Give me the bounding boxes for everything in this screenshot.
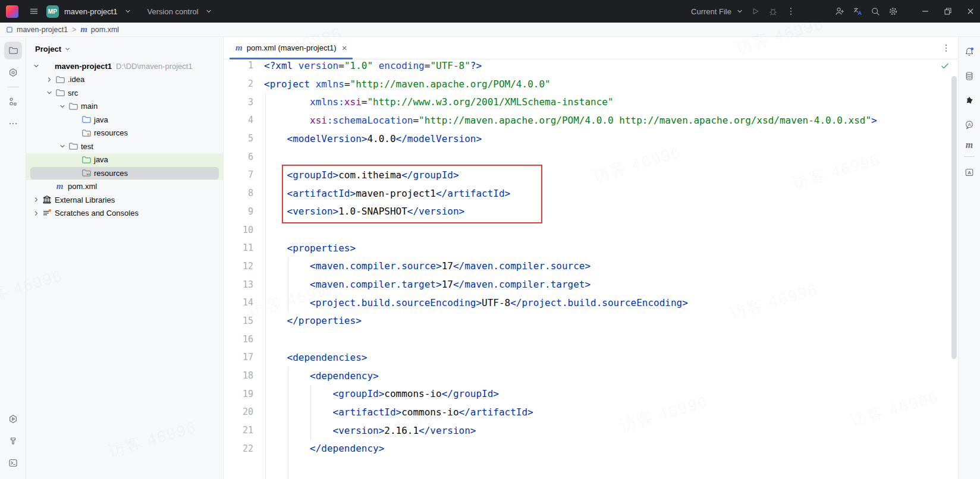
editor-options-button[interactable] <box>941 43 951 53</box>
tree-item-label: java <box>94 155 108 164</box>
tree-item-label: Scratches and Consoles <box>55 209 139 218</box>
tab-pom-xml[interactable]: m pom.xml (maven-project1) × <box>230 37 353 59</box>
tree-item-maven-project1[interactable]: maven-project1D:\DD\maven-project1 <box>26 59 223 73</box>
translate-button[interactable]: A <box>850 4 865 18</box>
tree-item-pom-xml[interactable]: mpom.xml <box>26 180 223 194</box>
inspections-ok-icon[interactable] <box>940 61 950 71</box>
structure-tool-window-button[interactable] <box>4 93 22 111</box>
tree-chevron-down-icon[interactable] <box>44 89 54 96</box>
code-line-20[interactable]: 20 <artifactId>commons-io</artifactId> <box>224 403 958 421</box>
folder-icon <box>54 88 65 97</box>
chevron-down-icon[interactable] <box>64 46 71 52</box>
tree-chevron-right-icon[interactable] <box>31 210 41 217</box>
code-with-me-button[interactable] <box>833 4 847 18</box>
minimize-button[interactable] <box>916 0 935 23</box>
line-number: 11 <box>224 242 256 253</box>
line-number: 20 <box>224 406 256 417</box>
run-button[interactable] <box>748 4 762 18</box>
project-selector[interactable]: maven-project1 <box>64 7 118 16</box>
tree-chevron-down-icon[interactable] <box>57 103 67 110</box>
code-line-2[interactable]: 2<project xmlns="http://maven.apache.org… <box>224 75 958 93</box>
tree-item-label: External Libraries <box>55 196 115 204</box>
code-line-11[interactable]: 11 <properties> <box>224 239 958 257</box>
tree-item-resources[interactable]: resources <box>26 166 223 180</box>
code-text: <dependencies> <box>256 352 367 363</box>
more-tool-windows-button[interactable] <box>4 115 22 133</box>
project-chevron-icon[interactable] <box>123 4 133 18</box>
tree-item-label: main <box>81 102 98 111</box>
line-number: 2 <box>224 78 256 89</box>
settings-button[interactable] <box>886 4 900 18</box>
dependencies-tool-window-button[interactable] <box>4 64 22 81</box>
tree-item-scratches-and-consoles[interactable]: Scratches and Consoles <box>26 207 223 220</box>
build-tool-window-button[interactable] <box>4 432 22 450</box>
code-line-15[interactable]: 15 </properties> <box>224 312 958 330</box>
more-actions-button[interactable] <box>784 4 798 18</box>
tree-item-java[interactable]: java <box>26 113 223 127</box>
services-tool-window-button[interactable] <box>4 410 22 428</box>
main-menu-button[interactable] <box>27 4 41 18</box>
line-number: 5 <box>224 133 256 144</box>
code-line-14[interactable]: 14 <project.build.sourceEncoding>UTF-8</… <box>224 294 958 312</box>
code-line-5[interactable]: 5 <modelVersion>4.0.0</modelVersion> <box>224 130 958 148</box>
line-number: 1 <box>224 60 256 71</box>
run-configuration-chevron-icon[interactable] <box>735 4 745 18</box>
titlebar: MP maven-project1 Version control Curren… <box>0 0 980 23</box>
search-everywhere-button[interactable] <box>868 4 882 18</box>
code-line-22[interactable]: 22 </dependency> <box>224 439 958 458</box>
scratches-icon <box>41 209 52 218</box>
code-line-12[interactable]: 12 <maven.compiler.source>17</maven.comp… <box>224 257 958 276</box>
tree-item-main[interactable]: main <box>26 100 223 114</box>
tree-item-external-libraries[interactable]: External Libraries <box>26 193 223 207</box>
ai-assistant-button[interactable]: A <box>960 116 978 134</box>
breadcrumb-project[interactable]: maven-project1 <box>17 26 68 34</box>
code-line-16[interactable]: 16 <box>224 330 958 348</box>
tree-item-label: src <box>68 89 78 97</box>
debug-button[interactable] <box>766 4 780 18</box>
project-tree: maven-project1D:\DD\maven-project1.ideas… <box>26 59 223 220</box>
code-line-1[interactable]: 1<?xml version="1.0" encoding="UTF-8"?> <box>224 59 958 75</box>
line-number: 17 <box>224 352 256 363</box>
breadcrumb-file[interactable]: pom.xml <box>91 26 119 34</box>
maven-tool-window-button[interactable]: m <box>966 140 973 150</box>
code-line-13[interactable]: 13 <maven.compiler.target>17</maven.comp… <box>224 275 958 294</box>
code-line-19[interactable]: 19 <groupId>commons-io</groupId> <box>224 385 958 403</box>
tab-close-icon[interactable]: × <box>342 43 347 52</box>
line-number: 18 <box>224 370 256 381</box>
notifications-button[interactable] <box>960 43 978 61</box>
tree-item-java[interactable]: java <box>26 153 223 167</box>
code-line-17[interactable]: 17 <dependencies> <box>224 348 958 367</box>
database-tool-window-button[interactable] <box>960 67 978 85</box>
line-number: 9 <box>224 206 256 217</box>
run-configuration-selector[interactable]: Current File <box>691 7 731 16</box>
tree-chevron-down-icon[interactable] <box>57 143 67 150</box>
ai-plugin-button[interactable] <box>960 92 978 109</box>
version-control-menu[interactable]: Version control <box>147 7 199 16</box>
tree-chevron-right-icon[interactable] <box>44 76 54 83</box>
code-editor[interactable]: 1<?xml version="1.0" encoding="UTF-8"?>2… <box>224 59 958 479</box>
code-line-6[interactable]: 6 <box>224 147 958 166</box>
tree-item-src[interactable]: src <box>26 86 223 100</box>
code-line-4[interactable]: 4 xsi:schemaLocation="http://maven.apach… <box>224 111 958 130</box>
code-line-3[interactable]: 3 xmlns:xsi="http://www.w3.org/2001/XMLS… <box>224 93 958 111</box>
code-line-21[interactable]: 21 <version>2.16.1</version> <box>224 421 958 440</box>
project-panel-header[interactable]: Project <box>26 42 223 56</box>
version-control-chevron-icon[interactable] <box>204 4 213 18</box>
tree-chevron-down-icon[interactable] <box>31 62 41 70</box>
tree-item-label: resources <box>94 128 128 137</box>
tree-item--idea[interactable]: .idea <box>26 73 223 87</box>
restore-window-button[interactable] <box>938 0 957 23</box>
close-window-button[interactable] <box>961 0 980 23</box>
code-line-18[interactable]: 18 <dependency> <box>224 367 958 385</box>
terminal-tool-window-button[interactable] <box>4 454 22 472</box>
translation-tool-window-button[interactable]: A <box>960 163 978 181</box>
line-number: 3 <box>224 97 256 108</box>
tree-item-resources[interactable]: resources <box>26 127 223 140</box>
code-text: <project.build.sourceEncoding>UTF-8</pro… <box>256 297 688 308</box>
project-tool-window-button[interactable] <box>4 42 22 59</box>
folder-icon <box>67 141 78 151</box>
maven-file-icon: m <box>80 25 87 34</box>
tree-chevron-right-icon[interactable] <box>31 196 41 203</box>
editor-scrollbar[interactable] <box>951 76 957 359</box>
tree-item-test[interactable]: test <box>26 140 223 153</box>
